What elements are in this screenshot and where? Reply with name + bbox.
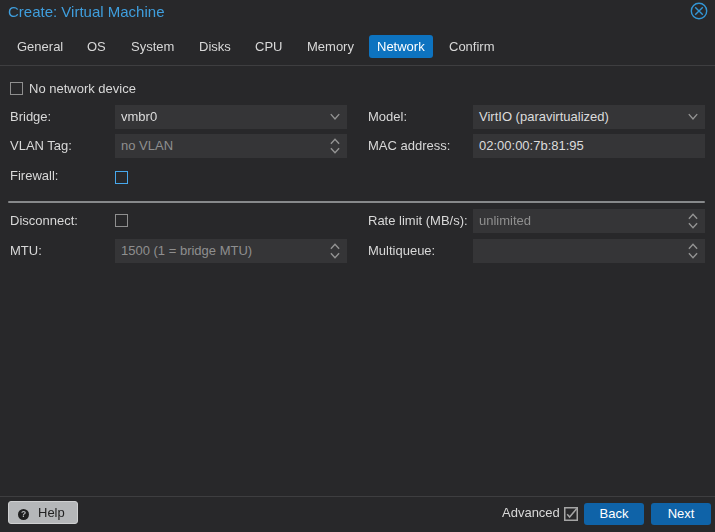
svg-text:?: ?: [21, 509, 26, 519]
